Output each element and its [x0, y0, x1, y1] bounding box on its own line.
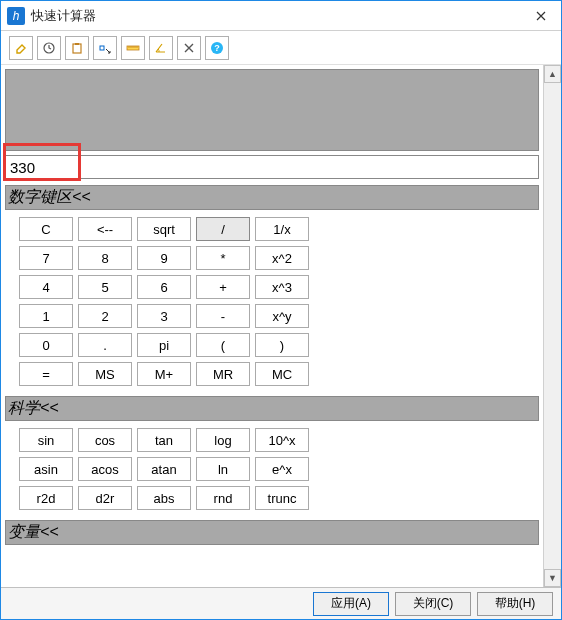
- apply-button[interactable]: 应用(A): [313, 592, 389, 616]
- key-ms[interactable]: MS: [78, 362, 132, 386]
- tool-paste[interactable]: [65, 36, 89, 60]
- key-5[interactable]: 5: [78, 275, 132, 299]
- key-rnd[interactable]: rnd: [196, 486, 250, 510]
- tool-help[interactable]: ?: [205, 36, 229, 60]
- science-section: 科学<< sincostanlog10^xasinacosatanlne^xr2…: [5, 396, 539, 514]
- result-display: [5, 69, 539, 151]
- help-icon: ?: [210, 41, 224, 55]
- key-log[interactable]: log: [196, 428, 250, 452]
- key-trunc[interactable]: trunc: [255, 486, 309, 510]
- numpad-header[interactable]: 数字键区<<: [5, 185, 539, 210]
- eraser-icon: [14, 41, 28, 55]
- key-asin[interactable]: asin: [19, 457, 73, 481]
- key-2[interactable]: 2: [78, 304, 132, 328]
- science-header[interactable]: 科学<<: [5, 396, 539, 421]
- numpad-section: 数字键区<< C<--sqrt/1/x789*x^2456+x^3123-x^y…: [5, 185, 539, 390]
- tool-angle[interactable]: [149, 36, 173, 60]
- key-1x[interactable]: 1/x: [255, 217, 309, 241]
- key-[interactable]: .: [78, 333, 132, 357]
- key-m[interactable]: M+: [137, 362, 191, 386]
- scroll-up-button[interactable]: ▲: [544, 65, 561, 83]
- help-button[interactable]: 帮助(H): [477, 592, 553, 616]
- window-title: 快速计算器: [31, 7, 521, 25]
- window-close-button[interactable]: [521, 1, 561, 31]
- tool-history[interactable]: [37, 36, 61, 60]
- svg-rect-1: [73, 44, 81, 53]
- key-sin[interactable]: sin: [19, 428, 73, 452]
- x-icon: [183, 42, 195, 54]
- key-4[interactable]: 4: [19, 275, 73, 299]
- key-tan[interactable]: tan: [137, 428, 191, 452]
- key-mr[interactable]: MR: [196, 362, 250, 386]
- key-x3[interactable]: x^3: [255, 275, 309, 299]
- tool-pick[interactable]: [93, 36, 117, 60]
- key-abs[interactable]: abs: [137, 486, 191, 510]
- scroll-track[interactable]: [544, 83, 561, 569]
- tool-measure[interactable]: [121, 36, 145, 60]
- key-xy[interactable]: x^y: [255, 304, 309, 328]
- key-ln[interactable]: ln: [196, 457, 250, 481]
- numpad-grid: C<--sqrt/1/x789*x^2456+x^3123-x^y0.pi()=…: [5, 210, 539, 390]
- vertical-scrollbar[interactable]: ▲ ▼: [543, 65, 561, 587]
- key-acos[interactable]: acos: [78, 457, 132, 481]
- toolbar: ?: [1, 31, 561, 65]
- paste-icon: [70, 41, 84, 55]
- key-d2r[interactable]: d2r: [78, 486, 132, 510]
- key-[interactable]: =: [19, 362, 73, 386]
- key-ex[interactable]: e^x: [255, 457, 309, 481]
- close-button[interactable]: 关闭(C): [395, 592, 471, 616]
- angle-icon: [154, 41, 168, 55]
- tool-eraser[interactable]: [9, 36, 33, 60]
- svg-text:?: ?: [214, 43, 220, 53]
- key-[interactable]: (: [196, 333, 250, 357]
- variables-section: 变量<<: [5, 520, 539, 545]
- titlebar: h 快速计算器: [1, 1, 561, 31]
- key-x2[interactable]: x^2: [255, 246, 309, 270]
- key-mc[interactable]: MC: [255, 362, 309, 386]
- key-atan[interactable]: atan: [137, 457, 191, 481]
- key-cos[interactable]: cos: [78, 428, 132, 452]
- svg-rect-2: [75, 43, 79, 45]
- close-icon: [536, 11, 546, 21]
- input-row: [5, 155, 539, 179]
- variables-header[interactable]: 变量<<: [5, 520, 539, 545]
- key-[interactable]: -: [196, 304, 250, 328]
- key-7[interactable]: 7: [19, 246, 73, 270]
- key-6[interactable]: 6: [137, 275, 191, 299]
- key-1[interactable]: 1: [19, 304, 73, 328]
- main-scroll-area: 数字键区<< C<--sqrt/1/x789*x^2456+x^3123-x^y…: [1, 65, 543, 587]
- app-icon: h: [7, 7, 25, 25]
- key-3[interactable]: 3: [137, 304, 191, 328]
- key-[interactable]: *: [196, 246, 250, 270]
- tool-clear[interactable]: [177, 36, 201, 60]
- key-8[interactable]: 8: [78, 246, 132, 270]
- key-sqrt[interactable]: sqrt: [137, 217, 191, 241]
- svg-rect-3: [100, 46, 104, 50]
- key-pi[interactable]: pi: [137, 333, 191, 357]
- key-[interactable]: ): [255, 333, 309, 357]
- key-c[interactable]: C: [19, 217, 73, 241]
- key-[interactable]: /: [196, 217, 250, 241]
- key-[interactable]: +: [196, 275, 250, 299]
- clock-icon: [42, 41, 56, 55]
- key-9[interactable]: 9: [137, 246, 191, 270]
- dialog-footer: 应用(A) 关闭(C) 帮助(H): [1, 587, 561, 619]
- content-area: 数字键区<< C<--sqrt/1/x789*x^2456+x^3123-x^y…: [1, 65, 561, 587]
- ruler-icon: [126, 41, 140, 55]
- key-10x[interactable]: 10^x: [255, 428, 309, 452]
- scroll-down-button[interactable]: ▼: [544, 569, 561, 587]
- key-[interactable]: <--: [78, 217, 132, 241]
- key-0[interactable]: 0: [19, 333, 73, 357]
- expression-input[interactable]: [5, 155, 539, 179]
- science-grid: sincostanlog10^xasinacosatanlne^xr2dd2ra…: [5, 421, 539, 514]
- key-r2d[interactable]: r2d: [19, 486, 73, 510]
- calculator-window: h 快速计算器 ? 数字键区<< C<--sqrt/1/x789*x^2456+…: [0, 0, 562, 620]
- cursor-icon: [98, 41, 112, 55]
